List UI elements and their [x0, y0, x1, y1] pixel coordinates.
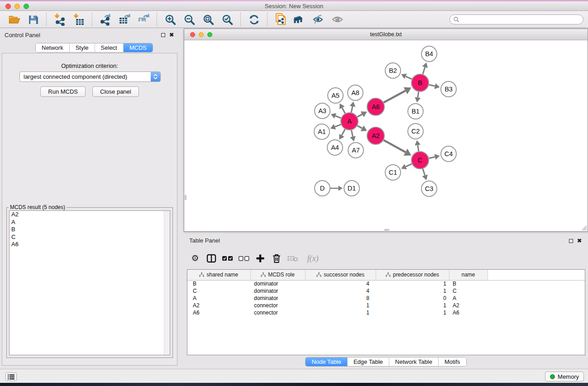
show-column-panel-icon[interactable] [203, 252, 220, 265]
select-all-checkboxes-icon[interactable] [220, 252, 236, 265]
task-history-button[interactable] [5, 372, 17, 381]
table-cell: A [449, 295, 488, 302]
refresh-layout-icon[interactable] [247, 13, 261, 26]
table-row[interactable]: Bdominator41B [187, 280, 585, 287]
table-cell: B [187, 280, 250, 287]
float-table-panel-icon[interactable] [569, 239, 573, 243]
graph-edge-C-C2[interactable] [418, 145, 419, 151]
table-tabs: Node TableEdge TableNetwork TableMotifs [305, 357, 466, 367]
table-cell: 4 [305, 280, 376, 287]
zoom-selected-icon[interactable] [220, 13, 234, 26]
search-field[interactable] [449, 14, 583, 24]
graph-edge-B-B1[interactable] [418, 92, 419, 98]
tab-motifs[interactable]: Motifs [439, 357, 466, 366]
graph-edge-A-A6[interactable] [358, 114, 363, 117]
vertical-scrollbar-thumb[interactable] [185, 195, 186, 200]
table-cell: A [187, 295, 250, 302]
close-panel-button[interactable]: Close panel [92, 86, 139, 97]
graph-node-label-D: D [320, 185, 325, 192]
network-window-titlebar[interactable]: testGlobe.txt [184, 29, 588, 40]
table-cell: 1 [376, 302, 449, 309]
show-graphics-details-icon[interactable] [331, 13, 344, 26]
import-table-icon[interactable] [72, 13, 86, 26]
column-header-predecessor-nodes[interactable]: predecessor nodes [376, 270, 449, 280]
resize-grip-icon[interactable] [581, 225, 587, 231]
float-panel-icon[interactable] [161, 33, 165, 37]
control-panel-title: Control Panel [5, 32, 40, 38]
zoom-out-icon[interactable] [182, 13, 196, 26]
run-mcds-button[interactable]: Run MCDS [40, 86, 86, 97]
table-row[interactable]: A2connector11A2 [187, 302, 585, 309]
graph-edge-C-C1[interactable] [406, 164, 412, 167]
table-row[interactable]: Cdominator41C [187, 287, 585, 295]
graph-edge-B-B2[interactable] [406, 76, 412, 79]
delete-columns-icon[interactable] [268, 252, 285, 265]
graph-edge-A2-C[interactable] [384, 140, 406, 152]
criterion-dropdown[interactable]: largest connected component (directed) [19, 71, 161, 82]
memory-label: Memory [558, 373, 579, 380]
horizontal-scrollbar-thumb[interactable] [384, 229, 389, 231]
graph-edge-C-C3[interactable] [423, 169, 425, 176]
zoom-fit-icon[interactable] [201, 13, 215, 26]
add-column-icon[interactable] [252, 252, 268, 265]
mcds-result-item[interactable]: B [10, 226, 170, 234]
toolbar-separator [240, 13, 241, 26]
deselect-all-checkboxes-icon[interactable] [236, 252, 252, 265]
graph-edge-A-A7[interactable] [351, 130, 353, 137]
table-row[interactable]: Adominator80A [187, 295, 585, 302]
graph-edge-A-A1[interactable] [335, 124, 341, 127]
close-table-panel-icon[interactable]: ✖ [577, 238, 582, 243]
clone-network-document-icon[interactable] [274, 13, 287, 26]
mcds-result-item[interactable]: C [10, 234, 170, 241]
tab-mcds[interactable]: MCDS [124, 43, 153, 52]
graph-edge-A6-B[interactable] [384, 91, 406, 102]
zoom-in-icon[interactable] [163, 13, 177, 26]
export-table-icon[interactable] [118, 13, 131, 26]
table-toolbar: ⚙ [187, 249, 585, 267]
graph-edge-A-A2[interactable] [358, 126, 363, 129]
mcds-result-item[interactable]: A [10, 219, 170, 226]
network-canvas[interactable]: B4B2BB3A8A5A6B1A3AC2A1A2A4A7C4CC1C3DD1 [184, 40, 588, 231]
tab-network[interactable]: Network [36, 43, 70, 52]
table-row[interactable]: A6connector11A6 [187, 309, 585, 316]
table-cell: dominator [250, 287, 305, 295]
tab-style[interactable]: Style [70, 43, 95, 52]
close-panel-icon[interactable]: ✖ [169, 33, 174, 37]
network-view-window: testGlobe.txt B4B2BB3A8A5A6B1A3AC2A1A2A4… [184, 29, 588, 232]
graph-edge-B-B4[interactable] [423, 67, 425, 74]
search-input[interactable] [459, 15, 583, 24]
hide-graphics-details-icon[interactable] [312, 13, 325, 26]
save-session-icon[interactable] [26, 13, 40, 26]
application-window: Session: New Session [0, 0, 588, 386]
column-header-shared-name[interactable]: shared name [187, 270, 250, 280]
column-header-name[interactable]: name [449, 270, 488, 280]
control-panel-tabs: NetworkStyleSelectMCDS [35, 43, 153, 52]
export-network-icon[interactable] [99, 13, 112, 26]
tab-select[interactable]: Select [95, 43, 124, 52]
graph-node-label-A1: A1 [318, 128, 326, 135]
graph-edge-A-A3[interactable] [335, 116, 341, 118]
tab-edge-table[interactable]: Edge Table [348, 357, 389, 366]
mcds-result-scrollbar[interactable] [164, 211, 170, 355]
home-browser-icon[interactable] [293, 13, 306, 26]
mcds-result-list[interactable]: A2ABCA6 [9, 210, 170, 355]
open-session-icon[interactable] [7, 13, 21, 26]
column-header-successor-nodes[interactable]: successor nodes [305, 270, 376, 280]
tab-node-table[interactable]: Node Table [306, 357, 348, 366]
export-image-icon[interactable] [137, 13, 150, 26]
graph-edge-B-B3[interactable] [429, 85, 435, 86]
mcds-result-item[interactable]: A2 [10, 211, 170, 219]
graph-edge-A-A8[interactable] [351, 106, 353, 112]
table-cell: 8 [305, 295, 376, 302]
tab-network-table[interactable]: Network Table [389, 357, 439, 366]
table-settings-gear-icon[interactable]: ⚙ [187, 252, 203, 265]
import-network-icon[interactable] [53, 13, 67, 26]
graph-edge-A-A5[interactable] [342, 108, 345, 113]
graph-edge-C-C4[interactable] [429, 157, 435, 158]
memory-button[interactable]: Memory [545, 372, 584, 381]
column-header-MCDS-role[interactable]: MCDS role [250, 270, 305, 280]
graph-edge-A-A4[interactable] [342, 129, 345, 136]
mcds-result-item[interactable]: A6 [10, 241, 170, 248]
column-type-icon [261, 272, 266, 277]
table-cell: 1 [305, 309, 376, 316]
